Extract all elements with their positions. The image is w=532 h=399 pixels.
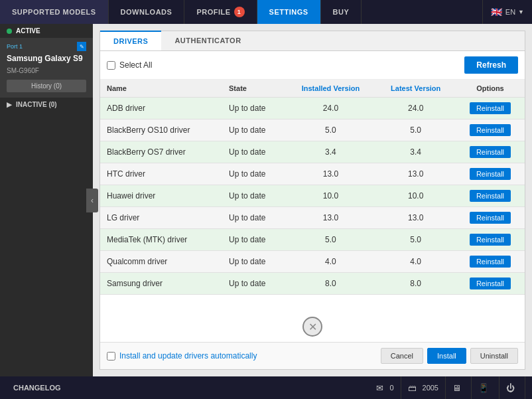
driver-name: HTC driver: [100, 163, 222, 185]
sidebar-collapse-button[interactable]: ‹: [86, 189, 98, 212]
sidebar-bottom: ▶ Inactive (0): [0, 98, 93, 112]
table-row: LG driver Up to date 13.0 13.0 Reinstall: [100, 207, 525, 229]
refresh-button[interactable]: Refresh: [464, 56, 518, 74]
driver-latest-version: 5.0: [375, 120, 456, 141]
driver-options: Reinstall: [456, 163, 525, 185]
col-state: State: [222, 80, 285, 98]
tab-drivers[interactable]: Drivers: [100, 31, 161, 50]
driver-state: Up to date: [222, 98, 285, 120]
driver-installed-version: 5.0: [285, 229, 375, 251]
col-installed-version: Installed Version: [285, 80, 375, 98]
table-header: Name State Installed Version Latest Vers…: [100, 80, 525, 98]
driver-name: BlackBerry OS7 driver: [100, 141, 222, 163]
driver-options: Reinstall: [456, 229, 525, 251]
nav-supported-models[interactable]: Supported Models: [0, 0, 109, 24]
driver-installed-version: 10.0: [285, 185, 375, 207]
phone-item[interactable]: 📱: [472, 376, 499, 399]
driver-state: Up to date: [222, 120, 285, 141]
table-row: ADB driver Up to date 24.0 24.0 Reinstal…: [100, 98, 525, 120]
sidebar: Active Port 1 ✎ Samsung Galaxy S9 SM-G96…: [0, 24, 93, 112]
tab-authenticator[interactable]: Authenticator: [161, 31, 254, 50]
driver-options: Reinstall: [456, 273, 525, 295]
reinstall-button[interactable]: Reinstall: [470, 102, 511, 114]
nav-buy[interactable]: Buy: [321, 0, 362, 24]
profile-badge: 1: [234, 7, 245, 17]
edit-port-icon[interactable]: ✎: [77, 42, 86, 51]
auto-update-checkbox[interactable]: [107, 352, 115, 360]
driver-name: BlackBerry OS10 driver: [100, 120, 222, 141]
driver-name: Qualcomm driver: [100, 251, 222, 273]
driver-installed-version: 5.0: [285, 120, 375, 141]
logout-item[interactable]: ⏻: [499, 376, 525, 399]
select-all-label[interactable]: Select All: [107, 60, 152, 70]
nav-settings[interactable]: Settings: [257, 0, 321, 24]
inactive-arrow-icon: ▶: [7, 101, 12, 108]
reinstall-button[interactable]: Reinstall: [470, 190, 511, 202]
package-count: 2005: [423, 384, 438, 392]
drivers-data-table: Name State Installed Version Latest Vers…: [100, 80, 525, 295]
package-item[interactable]: 🗃 2005: [401, 376, 446, 399]
main-layout: Active Port 1 ✎ Samsung Galaxy S9 SM-G96…: [0, 24, 532, 376]
driver-name: LG driver: [100, 207, 222, 229]
nav-downloads[interactable]: Downloads: [109, 0, 185, 24]
email-item[interactable]: ✉ 0: [369, 376, 401, 399]
reinstall-button[interactable]: Reinstall: [470, 278, 511, 289]
close-circle-button[interactable]: ✕: [302, 317, 322, 337]
reinstall-button[interactable]: Reinstall: [470, 212, 511, 224]
lang-chevron-icon: ▼: [518, 9, 524, 15]
driver-name: Huawei driver: [100, 185, 222, 207]
driver-latest-version: 3.4: [375, 141, 456, 163]
auto-update-label[interactable]: Install and update drivers automatically: [107, 351, 257, 360]
language-selector[interactable]: 🇬🇧 EN ▼: [482, 0, 532, 24]
monitor-item[interactable]: 🖥: [446, 376, 472, 399]
table-row: BlackBerry OS10 driver Up to date 5.0 5.…: [100, 120, 525, 141]
bottom-bar: Changelog ✉ 0 🗃 2005 🖥 📱 ⏻: [0, 376, 532, 399]
bottom-bar-right: ✉ 0 🗃 2005 🖥 📱 ⏻: [369, 376, 525, 399]
driver-state: Up to date: [222, 229, 285, 251]
content-area: Drivers Authenticator Select All Refresh: [93, 24, 532, 376]
reinstall-button[interactable]: Reinstall: [470, 256, 511, 268]
history-button[interactable]: History (0): [7, 80, 86, 92]
driver-name: Samsung driver: [100, 273, 222, 295]
email-icon: ✉: [376, 383, 383, 393]
phone-icon: 📱: [478, 383, 489, 393]
cancel-button[interactable]: Cancel: [381, 348, 423, 364]
nav-profile[interactable]: Profile 1: [184, 0, 257, 24]
driver-options: Reinstall: [456, 120, 525, 141]
driver-installed-version: 24.0: [285, 98, 375, 120]
install-button[interactable]: Install: [427, 348, 466, 364]
uninstall-button[interactable]: Uninstall: [470, 348, 518, 364]
driver-latest-version: 8.0: [375, 273, 456, 295]
table-row: MediaTek (MTK) driver Up to date 5.0 5.0…: [100, 229, 525, 251]
driver-state: Up to date: [222, 251, 285, 273]
table-row: Samsung driver Up to date 8.0 8.0 Reinst…: [100, 273, 525, 295]
reinstall-button[interactable]: Reinstall: [470, 124, 511, 136]
changelog-label[interactable]: Changelog: [7, 384, 68, 392]
device-name: Samsung Galaxy S9: [0, 52, 93, 66]
reinstall-button[interactable]: Reinstall: [470, 234, 511, 246]
driver-name: ADB driver: [100, 98, 222, 120]
col-name: Name: [100, 80, 222, 98]
table-row: Qualcomm driver Up to date 4.0 4.0 Reins…: [100, 251, 525, 273]
driver-name: MediaTek (MTK) driver: [100, 229, 222, 251]
logout-icon: ⏻: [506, 383, 515, 393]
col-latest-version: Latest Version: [375, 80, 456, 98]
driver-latest-version: 10.0: [375, 185, 456, 207]
select-all-checkbox[interactable]: [107, 61, 115, 70]
active-dot: [7, 29, 12, 34]
driver-latest-version: 13.0: [375, 163, 456, 185]
driver-state: Up to date: [222, 207, 285, 229]
driver-installed-version: 3.4: [285, 141, 375, 163]
driver-state: Up to date: [222, 141, 285, 163]
table-row: HTC driver Up to date 13.0 13.0 Reinstal…: [100, 163, 525, 185]
reinstall-button[interactable]: Reinstall: [470, 168, 511, 180]
driver-latest-version: 4.0: [375, 251, 456, 273]
driver-options: Reinstall: [456, 141, 525, 163]
driver-state: Up to date: [222, 185, 285, 207]
driver-options: Reinstall: [456, 207, 525, 229]
dialog-footer: Install and update drivers automatically…: [100, 342, 525, 369]
sidebar-wrapper: Active Port 1 ✎ Samsung Galaxy S9 SM-G96…: [0, 24, 93, 376]
drivers-table: Name State Installed Version Latest Vers…: [100, 80, 525, 342]
reinstall-button[interactable]: Reinstall: [470, 146, 511, 158]
inactive-section-header[interactable]: ▶ Inactive (0): [0, 98, 93, 112]
